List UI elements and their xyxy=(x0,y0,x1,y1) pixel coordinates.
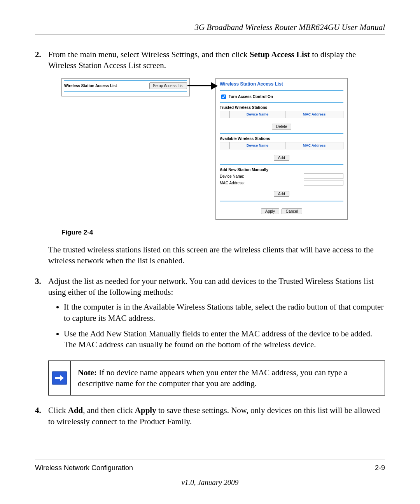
setup-access-list-button[interactable]: Setup Access List xyxy=(149,82,187,89)
arrow-right-icon xyxy=(52,371,67,385)
page-footer: Wireless Network Configuration 2-9 v1.0,… xyxy=(35,460,385,487)
figure-2-4: Wireless Station Access List Setup Acces… xyxy=(61,78,385,237)
bullet-1: If the computer is in the Available Wire… xyxy=(64,301,385,324)
step-3: 3. Adjust the list as needed for your ne… xyxy=(35,276,385,357)
step-number: 4. xyxy=(35,405,48,427)
col-mac-address-2: MAC Address xyxy=(285,142,343,149)
available-table: Device Name MAC Address xyxy=(220,142,343,149)
step-body: From the main menu, select Wireless Sett… xyxy=(48,49,385,272)
col-device-name: Device Name xyxy=(230,111,285,118)
add-button-2[interactable]: Add xyxy=(274,191,289,197)
step-3-text: Adjust the list as needed for your netwo… xyxy=(48,276,374,297)
s4-b: , and then click xyxy=(83,406,135,415)
panel-title: Wireless Station Access List xyxy=(220,80,343,89)
available-heading: Available Wireless Stations xyxy=(220,136,343,142)
note-icon-cell xyxy=(49,361,71,396)
step-4: 4. Click Add, and then click Apply to sa… xyxy=(35,405,385,427)
step-body: Adjust the list as needed for your netwo… xyxy=(48,276,385,357)
step-number: 3. xyxy=(35,276,48,357)
step-number: 2. xyxy=(35,49,48,272)
footer-left: Wireless Network Configuration xyxy=(35,464,133,472)
screenshot-right-panel: Wireless Station Access List Turn Access… xyxy=(215,78,348,220)
left-panel-label: Wireless Station Access List xyxy=(64,83,117,89)
figure-caption: Figure 2-4 xyxy=(61,228,385,237)
device-name-input[interactable] xyxy=(304,173,343,179)
arrow-icon xyxy=(190,80,221,94)
instruction-list-continued: 4. Click Add, and then click Apply to sa… xyxy=(35,405,385,427)
turn-access-control-checkbox[interactable] xyxy=(221,94,226,99)
step-2-bold: Setup Access List xyxy=(250,50,310,59)
add-button-1[interactable]: Add xyxy=(274,155,289,161)
mac-address-label: MAC Address: xyxy=(220,180,245,186)
mac-address-input[interactable] xyxy=(304,180,343,186)
s4-bold-add: Add xyxy=(68,406,83,415)
s4-bold-apply: Apply xyxy=(135,406,156,415)
note-box: Note: If no device name appears when you… xyxy=(48,360,385,396)
s4-a: Click xyxy=(48,406,68,415)
manual-heading: Add New Station Manually xyxy=(220,167,343,173)
note-text: Note: If no device name appears when you… xyxy=(71,361,385,396)
note-body: If no device name appears when you enter… xyxy=(78,368,348,388)
delete-button[interactable]: Delete xyxy=(272,124,292,130)
trusted-heading: Trusted Wireless Stations xyxy=(220,105,343,110)
col-mac-address: MAC Address xyxy=(285,111,343,118)
step-3-bullets: If the computer is in the Available Wire… xyxy=(48,301,385,350)
cancel-button[interactable]: Cancel xyxy=(282,208,302,214)
screenshot-left-panel: Wireless Station Access List Setup Acces… xyxy=(61,78,190,97)
note-label: Note: xyxy=(78,368,97,377)
step-body: Click Add, and then click Apply to save … xyxy=(48,405,385,427)
bullet-2: Use the Add New Station Manually fields … xyxy=(64,328,385,350)
checkbox-label: Turn Access Control On xyxy=(229,94,273,100)
device-name-label: Device Name: xyxy=(220,174,244,179)
trusted-table: Device Name MAC Address xyxy=(220,111,343,118)
instruction-list: 2. From the main menu, select Wireless S… xyxy=(35,49,385,357)
step-2-text-a: From the main menu, select Wireless Sett… xyxy=(48,50,250,59)
page-header: 3G Broadband Wireless Router MBR624GU Us… xyxy=(35,23,385,35)
page: 3G Broadband Wireless Router MBR624GU Us… xyxy=(0,0,420,504)
col-device-name-2: Device Name xyxy=(230,142,285,149)
footer-version: v1.0, January 2009 xyxy=(35,478,385,487)
apply-button[interactable]: Apply xyxy=(261,208,279,214)
footer-page-number: 2-9 xyxy=(375,464,385,472)
step-2: 2. From the main menu, select Wireless S… xyxy=(35,49,385,272)
step-2-followup: The trusted wireless stations listed on … xyxy=(48,244,385,266)
